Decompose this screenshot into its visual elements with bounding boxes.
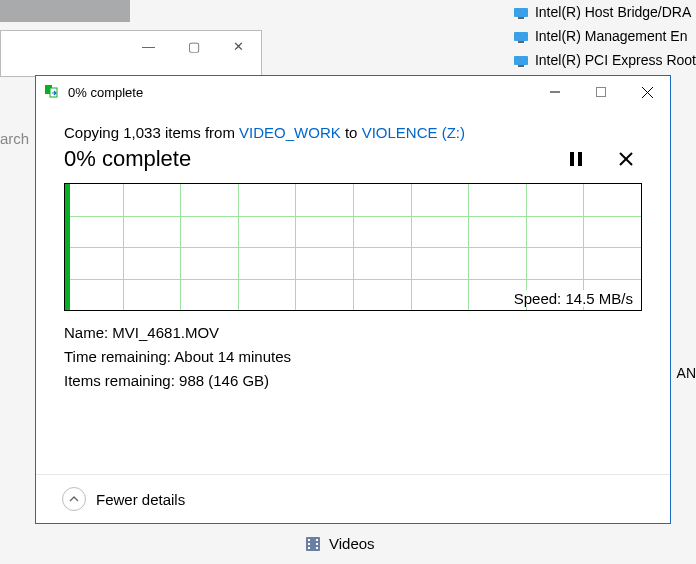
copy-progress-dialog: 0% complete Copying 1,033 items from VID… bbox=[35, 75, 671, 524]
minimize-button[interactable] bbox=[532, 76, 578, 108]
speed-graph: Speed: 14.5 MB/s bbox=[64, 183, 642, 311]
copy-prefix: Copying 1,033 items from bbox=[64, 124, 239, 141]
bg-side-text: AN bbox=[677, 365, 696, 381]
bg-close-button[interactable]: ✕ bbox=[216, 31, 261, 61]
items-label: Items remaining: bbox=[64, 372, 179, 389]
bg-gray-block bbox=[0, 0, 130, 22]
svg-rect-10 bbox=[316, 539, 318, 541]
svg-rect-9 bbox=[308, 547, 310, 549]
svg-rect-19 bbox=[570, 152, 574, 166]
fewer-details-link[interactable]: Fewer details bbox=[96, 491, 185, 508]
name-label: Name: bbox=[64, 324, 112, 341]
svg-rect-2 bbox=[514, 32, 528, 41]
bg-text-arch: arch bbox=[0, 130, 29, 147]
name-value: MVI_4681.MOV bbox=[112, 324, 219, 341]
svg-rect-11 bbox=[316, 543, 318, 545]
videos-folder[interactable]: Videos bbox=[305, 535, 375, 552]
videos-label: Videos bbox=[329, 535, 375, 552]
bg-min-button[interactable]: — bbox=[126, 31, 171, 61]
tree-item-label: Intel(R) Management En bbox=[535, 24, 688, 48]
percent-complete: 0% complete bbox=[64, 146, 191, 172]
graph-fill bbox=[65, 184, 70, 310]
film-icon bbox=[305, 536, 321, 552]
tree-item[interactable]: Intel(R) Host Bridge/DRA bbox=[495, 0, 696, 24]
tree-item[interactable]: Intel(R) PCI Express Root bbox=[495, 48, 696, 72]
bg-secondary-window: — ▢ ✕ bbox=[0, 30, 262, 77]
pause-button[interactable] bbox=[560, 143, 592, 175]
svg-rect-3 bbox=[518, 41, 524, 43]
svg-rect-16 bbox=[597, 88, 606, 97]
maximize-button[interactable] bbox=[578, 76, 624, 108]
time-value: About 14 minutes bbox=[174, 348, 291, 365]
svg-rect-4 bbox=[514, 56, 528, 65]
device-tree-partial: Intel(R) Host Bridge/DRA Intel(R) Manage… bbox=[495, 0, 696, 72]
source-link[interactable]: VIDEO_WORK bbox=[239, 124, 341, 141]
svg-rect-20 bbox=[578, 152, 582, 166]
dest-link[interactable]: VIOLENCE (Z:) bbox=[362, 124, 465, 141]
chevron-up-icon[interactable] bbox=[62, 487, 86, 511]
speed-label: Speed: 14.5 MB/s bbox=[512, 290, 635, 307]
tree-item-label: Intel(R) PCI Express Root bbox=[535, 48, 696, 72]
dialog-title: 0% complete bbox=[68, 85, 143, 100]
svg-rect-5 bbox=[518, 65, 524, 67]
svg-rect-1 bbox=[518, 17, 524, 19]
close-button[interactable] bbox=[624, 76, 670, 108]
svg-rect-7 bbox=[308, 539, 310, 541]
svg-rect-8 bbox=[308, 543, 310, 545]
svg-rect-0 bbox=[514, 8, 528, 17]
time-label: Time remaining: bbox=[64, 348, 174, 365]
dialog-titlebar: 0% complete bbox=[36, 76, 670, 108]
items-value: 988 (146 GB) bbox=[179, 372, 269, 389]
to-text: to bbox=[341, 124, 362, 141]
dialog-footer: Fewer details bbox=[36, 474, 670, 523]
tree-item-label: Intel(R) Host Bridge/DRA bbox=[535, 0, 691, 24]
cancel-button[interactable] bbox=[610, 143, 642, 175]
copy-summary: Copying 1,033 items from VIDEO_WORK to V… bbox=[64, 124, 642, 141]
tree-item[interactable]: Intel(R) Management En bbox=[495, 24, 696, 48]
copy-metadata: Name: MVI_4681.MOV Time remaining: About… bbox=[64, 321, 642, 393]
svg-rect-12 bbox=[316, 547, 318, 549]
bg-max-button[interactable]: ▢ bbox=[171, 31, 216, 61]
copy-icon bbox=[44, 84, 60, 100]
